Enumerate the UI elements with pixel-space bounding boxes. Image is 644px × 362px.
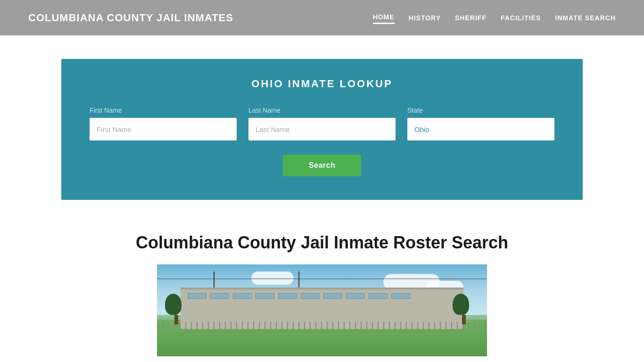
tree-top-right	[453, 294, 469, 315]
window-1	[188, 293, 206, 299]
nav-facilities[interactable]: FACILITIES	[501, 12, 541, 24]
nav-history[interactable]: HISTORY	[409, 12, 441, 24]
nav-sheriff[interactable]: SHERIFF	[455, 12, 487, 24]
power-line	[157, 279, 487, 279]
state-input[interactable]	[407, 118, 554, 140]
tree-right	[459, 294, 469, 324]
first-name-group: First Name	[90, 107, 237, 140]
fence	[157, 322, 487, 330]
cloud-3	[251, 272, 294, 285]
tree-trunk-left	[174, 315, 178, 324]
jail-image	[157, 264, 487, 356]
state-group: State	[407, 107, 554, 140]
nav-home[interactable]: HOME	[373, 11, 395, 24]
lookup-title: OHIO INMATE LOOKUP	[90, 78, 554, 90]
window-4	[256, 293, 274, 299]
window-8	[346, 293, 365, 299]
inmate-lookup-section: OHIO INMATE LOOKUP First Name Last Name …	[61, 59, 583, 200]
site-title: COLUMBIANA COUNTY JAIL INMATES	[28, 12, 233, 24]
header-bottom-strip	[0, 35, 644, 45]
building-windows	[181, 289, 463, 303]
window-3	[233, 293, 252, 299]
form-fields-row: First Name Last Name State	[90, 107, 554, 140]
first-name-input[interactable]	[90, 118, 237, 140]
window-2	[210, 293, 229, 299]
last-name-group: Last Name	[248, 107, 396, 140]
window-6	[301, 293, 320, 299]
window-5	[278, 293, 297, 299]
first-name-label: First Name	[90, 107, 237, 114]
site-header: COLUMBIANA COUNTY JAIL INMATES HOME HIST…	[0, 0, 644, 35]
search-button-row: Search	[90, 155, 554, 176]
window-10	[391, 293, 410, 299]
tree-trunk-right	[462, 315, 466, 324]
last-name-input[interactable]	[248, 118, 396, 140]
main-content: Columbiana County Jail Inmate Roster Sea…	[0, 214, 644, 362]
jail-building-illustration	[157, 264, 487, 356]
roster-title: Columbiana County Jail Inmate Roster Sea…	[28, 233, 616, 253]
window-9	[369, 293, 388, 299]
last-name-label: Last Name	[248, 107, 396, 114]
main-nav: HOME HISTORY SHERIFF FACILITIES INMATE S…	[373, 11, 616, 24]
tree-left	[171, 294, 182, 324]
nav-inmate-search[interactable]: INMATE SEARCH	[555, 12, 616, 24]
state-label: State	[407, 107, 554, 114]
window-7	[323, 293, 342, 299]
tree-top-left	[165, 294, 182, 315]
search-button[interactable]: Search	[283, 155, 361, 176]
